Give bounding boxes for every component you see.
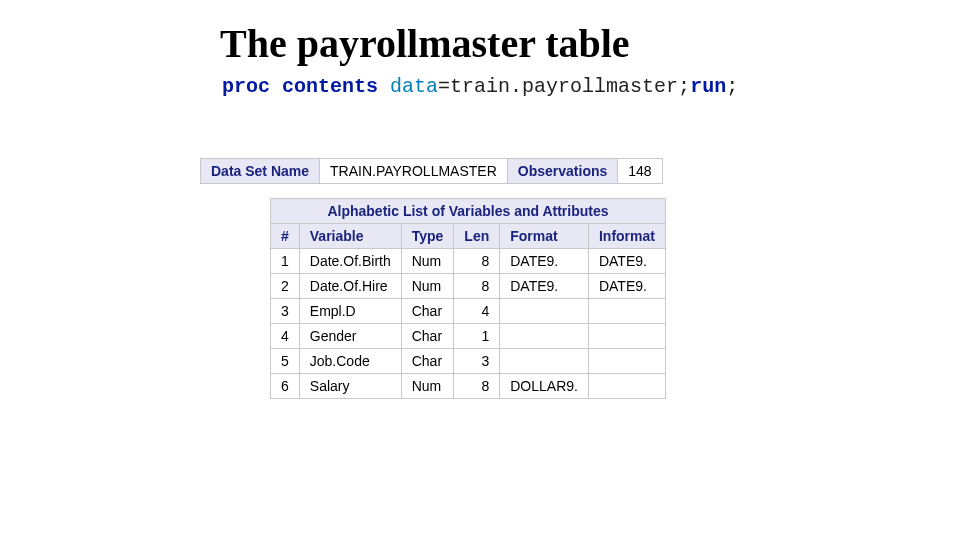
code-value: =train.payrollmaster; [438, 75, 690, 98]
cell-len: 8 [454, 374, 500, 399]
cell-type: Char [401, 299, 454, 324]
cell-var: Empl.D [299, 299, 401, 324]
table-caption-row: Alphabetic List of Variables and Attribu… [271, 199, 666, 224]
col-type: Type [401, 224, 454, 249]
cell-inf: DATE9. [588, 249, 665, 274]
code-tail: ; [726, 75, 738, 98]
cell-len: 8 [454, 274, 500, 299]
cell-var: Job.Code [299, 349, 401, 374]
kw-proc: proc [222, 75, 270, 98]
table-row: 1 Date.Of.Birth Num 8 DATE9. DATE9. [271, 249, 666, 274]
table-row: 3 Empl.D Char 4 [271, 299, 666, 324]
cell-inf [588, 349, 665, 374]
cell-fmt: DATE9. [500, 249, 589, 274]
cell-var: Gender [299, 324, 401, 349]
cell-inf [588, 374, 665, 399]
cell-type: Char [401, 324, 454, 349]
cell-len: 4 [454, 299, 500, 324]
meta-label-dsn: Data Set Name [201, 159, 320, 184]
kw-contents: contents [282, 75, 378, 98]
col-n: # [271, 224, 300, 249]
vars-caption: Alphabetic List of Variables and Attribu… [271, 199, 666, 224]
col-inf: Informat [588, 224, 665, 249]
cell-var: Date.Of.Hire [299, 274, 401, 299]
cell-inf [588, 324, 665, 349]
cell-fmt [500, 324, 589, 349]
col-var: Variable [299, 224, 401, 249]
table-row: 6 Salary Num 8 DOLLAR9. [271, 374, 666, 399]
cell-type: Num [401, 274, 454, 299]
cell-len: 8 [454, 249, 500, 274]
cell-n: 1 [271, 249, 300, 274]
col-fmt: Format [500, 224, 589, 249]
table-row: 4 Gender Char 1 [271, 324, 666, 349]
cell-fmt [500, 299, 589, 324]
cell-inf: DATE9. [588, 274, 665, 299]
cell-fmt: DATE9. [500, 274, 589, 299]
table-row: 5 Job.Code Char 3 [271, 349, 666, 374]
cell-n: 2 [271, 274, 300, 299]
table-row: Data Set Name TRAIN.PAYROLLMASTER Observ… [201, 159, 663, 184]
cell-n: 6 [271, 374, 300, 399]
opt-data: data [390, 75, 438, 98]
table-header-row: # Variable Type Len Format Informat [271, 224, 666, 249]
cell-fmt [500, 349, 589, 374]
table-row: 2 Date.Of.Hire Num 8 DATE9. DATE9. [271, 274, 666, 299]
sas-code: proc contents data=train.payrollmaster;r… [222, 75, 960, 98]
cell-var: Date.Of.Birth [299, 249, 401, 274]
cell-var: Salary [299, 374, 401, 399]
meta-label-obs: Observations [507, 159, 617, 184]
cell-len: 1 [454, 324, 500, 349]
kw-run: run [690, 75, 726, 98]
cell-n: 4 [271, 324, 300, 349]
cell-n: 5 [271, 349, 300, 374]
cell-fmt: DOLLAR9. [500, 374, 589, 399]
cell-type: Num [401, 249, 454, 274]
cell-n: 3 [271, 299, 300, 324]
variables-table: Alphabetic List of Variables and Attribu… [270, 198, 666, 399]
cell-inf [588, 299, 665, 324]
slide-title: The payrollmaster table [220, 20, 960, 67]
meta-value-dsn: TRAIN.PAYROLLMASTER [320, 159, 508, 184]
cell-type: Char [401, 349, 454, 374]
meta-value-obs: 148 [618, 159, 662, 184]
cell-len: 3 [454, 349, 500, 374]
meta-table: Data Set Name TRAIN.PAYROLLMASTER Observ… [200, 158, 663, 184]
col-len: Len [454, 224, 500, 249]
cell-type: Num [401, 374, 454, 399]
